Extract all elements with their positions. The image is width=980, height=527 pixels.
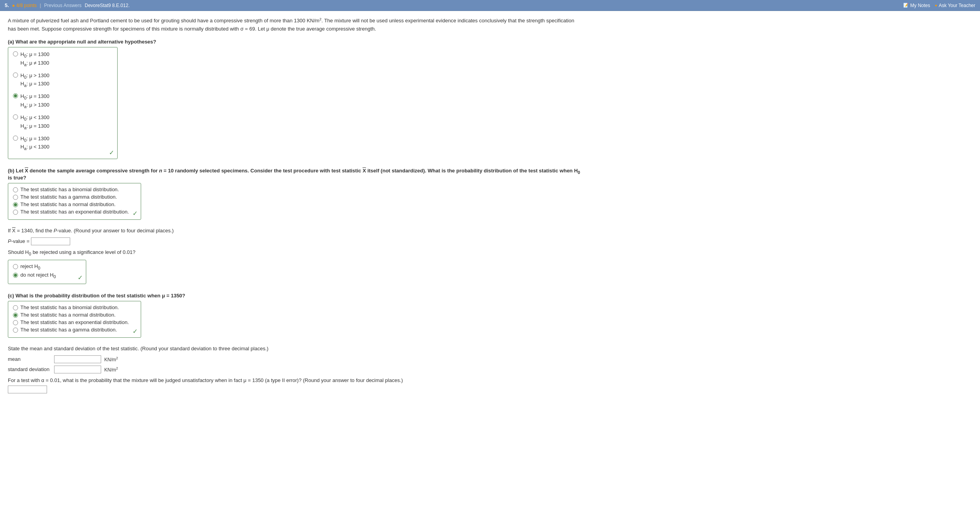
c-option-4-label: The test statistic has a gamma distribut… xyxy=(20,327,117,333)
hypothesis-option-1: H0: μ = 1300 Ha: μ ≠ 1300 xyxy=(13,51,113,68)
reject-section: Should H0 be rejected using a significan… xyxy=(8,249,580,286)
right-buttons: 📝 My Notes ● Ask Your Teacher xyxy=(903,3,975,8)
std-row: standard deviation KN/m2 xyxy=(8,366,580,373)
reject-radio-2[interactable] xyxy=(13,273,18,278)
b-option-4-label: The test statistic has an exponential di… xyxy=(20,209,129,215)
my-notes-icon: 📝 xyxy=(903,3,909,8)
reject-option-2: do not reject H0 xyxy=(13,272,81,279)
c-radio-1[interactable] xyxy=(13,305,18,310)
mean-label: mean xyxy=(8,356,51,362)
part-b-label: (b) Let X denote the sample average comp… xyxy=(8,168,580,181)
mean-input[interactable] xyxy=(54,355,101,363)
hypothesis-radio-2[interactable] xyxy=(13,72,18,78)
part-a-answer-box: H0: μ = 1300 Ha: μ ≠ 1300 H0: μ > 1300 H… xyxy=(8,47,118,159)
reject-option-1: reject H0 xyxy=(13,263,81,270)
part-b-checkmark: ✓ xyxy=(132,210,138,217)
part-c-label: (c) What is the probability distribution… xyxy=(8,293,580,299)
mean-std-instruction: State the mean and standard deviation of… xyxy=(8,346,580,351)
b-option-2-label: The test statistic has a gamma distribut… xyxy=(20,194,117,200)
c-option-2: The test statistic has a normal distribu… xyxy=(13,312,136,318)
problem-text: A mixture of pulverized fuel ash and Por… xyxy=(8,16,580,33)
c-option-1-label: The test statistic has a binomial distri… xyxy=(20,304,119,310)
pvalue-instruction: If X = 1340, find the P-value. (Round yo… xyxy=(8,228,580,234)
ask-teacher-label: Ask Your Teacher xyxy=(939,3,975,8)
b-option-2: The test statistic has a gamma distribut… xyxy=(13,194,136,200)
std-input[interactable] xyxy=(54,366,101,373)
reject-answer-box: reject H0 do not reject H0 ✓ xyxy=(8,260,86,284)
hypothesis-option-2: H0: μ > 1300 Ha: μ = 1300 xyxy=(13,72,113,89)
c-option-2-label: The test statistic has a normal distribu… xyxy=(20,312,116,318)
question-number: 5. xyxy=(5,2,9,8)
hypothesis-radio-3[interactable] xyxy=(13,93,18,98)
c-option-3-label: The test statistic has an exponential di… xyxy=(20,319,129,325)
final-section: For a test with α = 0.01, what is the pr… xyxy=(8,377,580,393)
c-radio-2[interactable] xyxy=(13,313,18,318)
mean-unit: KN/m2 xyxy=(104,356,118,362)
pvalue-input-line: P-value = xyxy=(8,237,580,245)
final-instruction: For a test with α = 0.01, what is the pr… xyxy=(8,377,580,383)
hypothesis-lines-4: H0: μ < 1300 Ha: μ = 1300 xyxy=(20,114,49,131)
part-a-label: (a) What are the appropriate null and al… xyxy=(8,39,580,45)
part-c-section: (c) What is the probability distribution… xyxy=(8,293,580,393)
part-b-section: (b) Let X denote the sample average comp… xyxy=(8,168,580,286)
part-b-answer-box: The test statistic has a binomial distri… xyxy=(8,183,141,220)
hypothesis-lines-5: H0: μ = 1300 Ha: μ < 1300 xyxy=(20,135,49,152)
mean-row: mean KN/m2 xyxy=(8,355,580,363)
my-notes-button[interactable]: 📝 My Notes xyxy=(903,3,930,8)
hypothesis-radio-5[interactable] xyxy=(13,136,18,141)
part-c-answer-box: The test statistic has a binomial distri… xyxy=(8,301,141,338)
source-code: DevoreStat9 8.E.012. xyxy=(85,3,130,8)
header-bar: 5. ● 4/8 points | Previous Answers Devor… xyxy=(0,0,980,11)
b-radio-2[interactable] xyxy=(13,195,18,200)
pvalue-input[interactable] xyxy=(31,237,70,245)
std-label: standard deviation xyxy=(8,366,51,372)
main-content: A mixture of pulverized fuel ash and Por… xyxy=(0,11,588,407)
mean-std-section: State the mean and standard deviation of… xyxy=(8,346,580,373)
part-c-checkmark: ✓ xyxy=(132,328,138,335)
hypothesis-option-4: H0: μ < 1300 Ha: μ = 1300 xyxy=(13,114,113,131)
c-radio-4[interactable] xyxy=(13,328,18,333)
part-a-section: (a) What are the appropriate null and al… xyxy=(8,39,580,161)
hypothesis-lines-3: H0: μ = 1300 Ha: μ > 1300 xyxy=(20,92,49,110)
dot-icon: ● xyxy=(935,3,937,7)
std-unit: KN/m2 xyxy=(104,366,118,373)
hypothesis-radio-1[interactable] xyxy=(13,51,18,56)
reject-question: Should H0 be rejected using a significan… xyxy=(8,249,580,256)
hypothesis-radio-4[interactable] xyxy=(13,114,18,120)
hypothesis-option-3: H0: μ = 1300 Ha: μ > 1300 xyxy=(13,92,113,110)
separator: | xyxy=(40,3,41,8)
reject-checkmark: ✓ xyxy=(78,274,83,281)
points-label: ● 4/8 points xyxy=(12,3,37,8)
reject-option-1-label: reject H0 xyxy=(20,263,40,270)
c-radio-3[interactable] xyxy=(13,320,18,325)
c-option-1: The test statistic has a binomial distri… xyxy=(13,304,136,310)
hypothesis-lines-2: H0: μ > 1300 Ha: μ = 1300 xyxy=(20,72,49,89)
pvalue-section: If X = 1340, find the P-value. (Round yo… xyxy=(8,228,580,245)
b-radio-4[interactable] xyxy=(13,210,18,215)
my-notes-label: My Notes xyxy=(910,3,930,8)
b-radio-3[interactable] xyxy=(13,202,18,207)
c-option-4: The test statistic has a gamma distribut… xyxy=(13,327,136,333)
pvalue-label: P-value = xyxy=(8,238,29,244)
b-radio-1[interactable] xyxy=(13,187,18,192)
final-input[interactable] xyxy=(8,386,47,393)
ask-teacher-button[interactable]: ● Ask Your Teacher xyxy=(935,3,975,8)
b-option-1-label: The test statistic has a binomial distri… xyxy=(20,187,119,192)
c-option-3: The test statistic has an exponential di… xyxy=(13,319,136,325)
b-option-1: The test statistic has a binomial distri… xyxy=(13,187,136,192)
reject-radio-1[interactable] xyxy=(13,264,18,269)
reject-option-2-label: do not reject H0 xyxy=(20,272,56,279)
prev-answers[interactable]: Previous Answers xyxy=(44,3,82,8)
hypothesis-lines-1: H0: μ = 1300 Ha: μ ≠ 1300 xyxy=(20,51,49,68)
hypothesis-option-5: H0: μ = 1300 Ha: μ < 1300 xyxy=(13,135,113,152)
b-option-4: The test statistic has an exponential di… xyxy=(13,209,136,215)
part-a-checkmark: ✓ xyxy=(109,149,114,156)
b-option-3-label: The test statistic has a normal distribu… xyxy=(20,201,116,207)
b-option-3: The test statistic has a normal distribu… xyxy=(13,201,136,207)
mean-std-table: mean KN/m2 standard deviation KN/m2 xyxy=(8,355,580,373)
